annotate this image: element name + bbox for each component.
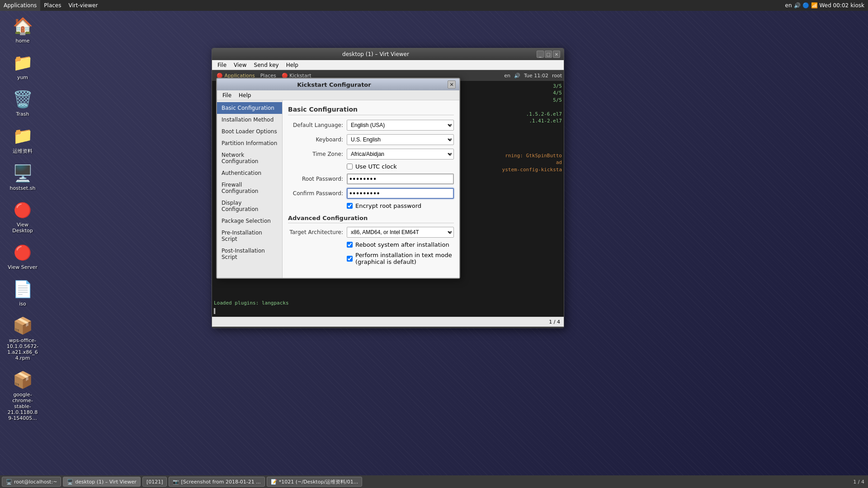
vm-topbar-right: en 🔊 Tue 11:02 root bbox=[504, 73, 562, 79]
desktop-icon-yum[interactable]: 📁 yum bbox=[5, 50, 41, 82]
minimize-button[interactable]: _ bbox=[537, 51, 544, 58]
vv-help-menu[interactable]: Help bbox=[283, 60, 302, 70]
top-panel-right: en 🔊 🔵 📶 Wed 00:02 kiosk bbox=[785, 2, 868, 9]
desktop-icon-transport[interactable]: 📁 运维资料 bbox=[5, 123, 41, 156]
default-language-select-wrapper[interactable]: English (USA) bbox=[347, 120, 454, 131]
taskbar-screenshot-label: [Screenshot from 2018-01-21 ... bbox=[181, 479, 260, 485]
top-panel-left: Applications Places Virt-viewer bbox=[0, 0, 101, 11]
sidebar-item-packages[interactable]: Package Selection bbox=[217, 215, 282, 227]
dialog-menubar: File Help bbox=[217, 90, 459, 100]
vv-taskbar-icon: 🖥️ bbox=[67, 479, 73, 485]
places-menu[interactable]: Places bbox=[40, 0, 65, 11]
utc-checkbox[interactable] bbox=[347, 164, 353, 169]
target-arch-label: Target Architecture: bbox=[288, 229, 347, 235]
sidebar-item-post[interactable]: Post-Installation Script bbox=[217, 245, 282, 263]
taskbar-editor-label: *1021 (~/Desktop/运维资料/01... bbox=[279, 479, 358, 485]
clock: Wed 00:02 bbox=[820, 2, 849, 9]
sidebar-item-pre[interactable]: Pre-Installation Script bbox=[217, 227, 282, 245]
taskbar-0121-label: [0121] bbox=[146, 479, 163, 485]
keyboard-select[interactable]: U.S. English bbox=[347, 134, 454, 145]
trash-icon: 🗑️ bbox=[12, 89, 33, 110]
sidebar-item-bootloader[interactable]: Boot Loader Options bbox=[217, 126, 282, 137]
virt-viewer-page: 1 / 4 bbox=[549, 319, 560, 325]
chrome-icon: 📦 bbox=[12, 369, 33, 391]
taskbar-editor[interactable]: 📝 *1021 (~/Desktop/运维资料/01... bbox=[267, 477, 362, 487]
home-icon: 🏠 bbox=[12, 15, 33, 37]
desktop-icon-home[interactable]: 🏠 home bbox=[5, 14, 41, 46]
desktop-icon-iso[interactable]: 📄 iso bbox=[5, 277, 41, 309]
desktop-icon-hostset[interactable]: 🖥️ hostset.sh bbox=[5, 161, 41, 193]
vv-file-menu[interactable]: File bbox=[214, 60, 230, 70]
keyboard-label: Keyboard: bbox=[288, 136, 347, 143]
viewdesktop-icon: 🔴 bbox=[12, 199, 33, 221]
top-panel: Applications Places Virt-viewer en 🔊 🔵 📶… bbox=[0, 0, 868, 11]
root-password-label: Root Password: bbox=[288, 176, 347, 182]
vm-audio: 🔊 bbox=[514, 73, 520, 79]
sidebar-item-network[interactable]: Network Configuration bbox=[217, 149, 282, 167]
virt-viewer-titlebar: desktop (1) – Virt Viewer _ □ ✕ bbox=[212, 48, 564, 60]
confirm-password-label: Confirm Password: bbox=[288, 190, 347, 197]
textmode-row: Perform installation in text mode (graph… bbox=[347, 252, 454, 265]
encrypt-checkbox[interactable] bbox=[347, 203, 353, 209]
transport-label: 运维资料 bbox=[13, 148, 33, 155]
utc-label: Use UTC clock bbox=[355, 163, 397, 170]
vv-sendkey-menu[interactable]: Send key bbox=[250, 60, 283, 70]
taskbar-virt-viewer[interactable]: 🖥️ desktop (1) – Virt Viewer bbox=[63, 477, 141, 487]
dialog-close-button[interactable]: ✕ bbox=[448, 80, 456, 89]
sidebar-item-partition[interactable]: Partition Information bbox=[217, 137, 282, 149]
timezone-select[interactable]: Africa/Abidjan bbox=[347, 149, 454, 160]
sidebar-item-basic[interactable]: Basic Configuration bbox=[217, 102, 282, 114]
default-language-label: Default Language: bbox=[288, 122, 347, 128]
sidebar-item-auth[interactable]: Authentication bbox=[217, 167, 282, 179]
reboot-checkbox[interactable] bbox=[347, 242, 353, 248]
sidebar-item-firewall[interactable]: Firewall Configuration bbox=[217, 179, 282, 197]
dialog-main: Basic Configuration Default Language: En… bbox=[283, 100, 459, 278]
advanced-config-title: Advanced Configuration bbox=[288, 215, 454, 223]
close-button[interactable]: ✕ bbox=[553, 51, 560, 58]
applications-menu[interactable]: Applications bbox=[0, 0, 40, 11]
viewserver-label: View Server bbox=[8, 264, 38, 270]
confirm-password-input[interactable] bbox=[347, 188, 454, 199]
taskbar-vv-label: desktop (1) – Virt Viewer bbox=[75, 479, 137, 485]
root-password-input[interactable] bbox=[347, 174, 454, 184]
desktop-icon-trash[interactable]: 🗑️ Trash bbox=[5, 87, 41, 119]
dialog-body: Basic Configuration Installation Method … bbox=[217, 100, 459, 278]
taskbar-page-indicator: 1 / 4 bbox=[853, 479, 866, 485]
viewserver-icon: 🔴 bbox=[12, 242, 33, 263]
desktop-icon-viewdesktop[interactable]: 🔴 View Desktop bbox=[5, 197, 41, 235]
kickstart-dialog: Kickstart Configurator ✕ File Help Basic… bbox=[216, 78, 460, 279]
virt-viewer-menu[interactable]: Virt-viewer bbox=[65, 0, 101, 11]
desktop-icons: 🏠 home 📁 yum 🗑️ Trash 📁 运维资料 🖥️ hostset.… bbox=[5, 14, 41, 423]
desktop-icon-viewserver[interactable]: 🔴 View Server bbox=[5, 240, 41, 272]
keyboard-select-wrapper[interactable]: U.S. English bbox=[347, 134, 454, 145]
keyboard-row: Keyboard: U.S. English bbox=[288, 134, 454, 145]
maximize-button[interactable]: □ bbox=[545, 51, 552, 58]
desktop-icon-chrome[interactable]: 📦 google-chrome-stable-21.0.1180.89-1540… bbox=[5, 367, 41, 423]
yum-icon: 📁 bbox=[12, 52, 33, 74]
timezone-label: Time Zone: bbox=[288, 151, 347, 157]
vm-time: Tue 11:02 bbox=[524, 73, 548, 79]
terminal-icon: 🖥️ bbox=[6, 479, 12, 485]
sidebar-item-display[interactable]: Display Configuration bbox=[217, 197, 282, 215]
timezone-select-wrapper[interactable]: Africa/Abidjan bbox=[347, 149, 454, 160]
dialog-help-menu[interactable]: Help bbox=[235, 92, 255, 99]
vm-lang: en bbox=[504, 73, 510, 79]
default-language-select[interactable]: English (USA) bbox=[347, 120, 454, 131]
vv-view-menu[interactable]: View bbox=[230, 60, 250, 70]
target-arch-select-wrapper[interactable]: x86, AMD64, or Intel EM64T bbox=[347, 227, 454, 238]
target-arch-select[interactable]: x86, AMD64, or Intel EM64T bbox=[347, 227, 454, 238]
home-label: home bbox=[15, 38, 29, 44]
sidebar-item-install[interactable]: Installation Method bbox=[217, 114, 282, 126]
taskbar-root-label: root@localhost:~ bbox=[14, 479, 57, 485]
taskbar-root-terminal[interactable]: 🖥️ root@localhost:~ bbox=[2, 477, 61, 487]
audio-icon: 🔊 bbox=[794, 2, 801, 9]
bluetooth-icon: 🔵 bbox=[802, 2, 809, 9]
textmode-checkbox[interactable] bbox=[347, 256, 353, 262]
dialog-file-menu[interactable]: File bbox=[219, 92, 235, 99]
desktop-icon-wps[interactable]: 📦 wps-office-10.1.0.5672-1.a21.x86_64.rp… bbox=[5, 313, 41, 363]
lang-indicator: en bbox=[785, 2, 792, 9]
reboot-label: Reboot system after installation bbox=[355, 241, 449, 248]
hostset-icon: 🖥️ bbox=[12, 163, 33, 184]
taskbar-item-0121[interactable]: [0121] bbox=[142, 477, 167, 487]
taskbar-screenshot[interactable]: 📷 [Screenshot from 2018-01-21 ... bbox=[169, 477, 264, 487]
